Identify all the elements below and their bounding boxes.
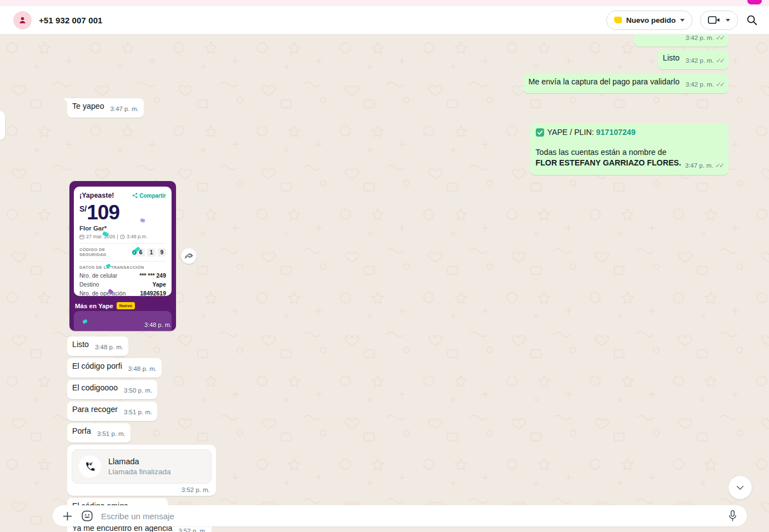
security-digit: 1 — [147, 248, 155, 257]
yape-receipt-image[interactable]: ¡Yapeaste! Compartir S/109 Flor Gar* 27 … — [69, 181, 176, 331]
message-incoming: Te yapeo 3:47 p. m. — [67, 98, 144, 118]
video-call-button[interactable] — [700, 11, 738, 30]
receipt-card: ¡Yapeaste! Compartir S/109 Flor Gar* 27 … — [74, 187, 172, 296]
receipt-title: ¡Yapeaste! — [79, 192, 114, 199]
chevron-down-icon — [735, 483, 745, 493]
message-time: 3:51 p. m. — [97, 429, 125, 439]
message-text: Me envía la captura del pago para valida… — [529, 77, 680, 86]
message-time: 3:52 p. m. — [72, 486, 212, 493]
message-time: 3:48 p. m. — [95, 342, 123, 353]
search-icon — [746, 14, 758, 26]
account-holder-name: FLOR ESTEFANY GARRIAZO FLORES.3:47 p. m.… — [536, 158, 723, 171]
accounts-note: Todas las cuentas están a nombre de — [536, 147, 723, 158]
person-icon — [17, 15, 28, 26]
message-time: 3:50 p. m. — [124, 385, 152, 396]
receipt-row: Nro. de celular*** *** 249 — [79, 272, 166, 279]
search-button[interactable] — [746, 14, 758, 26]
message-outgoing: Me envía la captura del pago para valida… — [524, 74, 728, 93]
incoming-call-icon — [85, 461, 96, 472]
message-incoming: El codigoooo 3:50 p. m. — [67, 380, 157, 399]
chevron-down-icon — [680, 19, 685, 22]
delivered-ticks-icon: ✓✓ — [716, 34, 723, 42]
message-text: Te yapeo — [72, 102, 104, 111]
video-camera-icon — [708, 16, 720, 24]
receipt-datetime: 27 mar. 2026 | 3:48 p.m. — [79, 234, 166, 239]
nuevo-badge: Nuevo — [117, 302, 135, 309]
message-outgoing: Listo 3:42 p. m.✓✓ — [658, 50, 728, 69]
receipt-row: Nro. de operación18492619 — [79, 290, 166, 297]
chat-title-phone[interactable]: +51 932 007 001 — [39, 16, 103, 25]
message-outgoing-cutoff: 3:42 p. m.✓✓ — [634, 34, 728, 47]
image-time: 3:48 p. m. — [144, 322, 172, 328]
composer-bar — [53, 505, 747, 526]
message-time: 3:42 p. m.✓✓ — [686, 79, 723, 90]
share-link[interactable]: Compartir — [132, 193, 166, 199]
image-message: ¡Yapeaste! Compartir S/109 Flor Gar* 27 … — [69, 181, 176, 331]
delivered-ticks-icon: ✓✓ — [716, 57, 723, 64]
receipt-row: DestinoYape — [79, 281, 166, 288]
receipt-payee: Flor Gar* — [79, 225, 166, 232]
call-title: Llamada — [108, 457, 171, 466]
emoji-tongue-icon — [81, 510, 93, 522]
call-card[interactable]: Llamada Llamada finalizada — [72, 449, 212, 484]
message-time: 3:42 p. m.✓✓ — [686, 56, 723, 66]
attach-button[interactable] — [62, 510, 73, 522]
message-text: Porfa — [72, 426, 91, 435]
yape-plin-line: YAPE / PLIN: 917107249 — [536, 127, 723, 138]
message-time: 3:47 p. m. — [110, 104, 139, 114]
message-text: El código porfi — [72, 362, 122, 370]
more-in-yape: Más en Yape Nuevo — [75, 302, 135, 309]
header-actions: Nuevo pedido — [606, 11, 758, 30]
message-time: 3:51 p. m. — [124, 407, 152, 418]
receipt-amount: S/109 — [79, 201, 166, 224]
chat-header: +51 932 007 001 Nuevo pedido — [0, 6, 769, 34]
order-tag-icon — [614, 17, 622, 23]
security-digit: 9 — [158, 248, 166, 257]
call-text: Llamada Llamada finalizada — [108, 457, 171, 476]
scroll-down-button[interactable] — [728, 476, 752, 499]
browser-strip — [0, 0, 769, 6]
message-text: Listo — [72, 340, 89, 349]
security-code-row: CÓDIGO DE SEGURIDADi 6 1 9 — [79, 247, 166, 257]
message-incoming: Porfa 3:51 p. m. — [67, 423, 130, 443]
avatar[interactable] — [13, 11, 32, 29]
phone-number-link[interactable]: 917107249 — [596, 128, 636, 137]
green-check-icon — [536, 128, 544, 137]
magenta-blob — [747, 0, 762, 4]
call-message-ended: Llamada Llamada finalizada 3:52 p. m. — [67, 445, 216, 496]
message-text: Listo — [663, 53, 680, 62]
forward-arrow-icon — [184, 252, 193, 260]
message-incoming: Para recoger 3:51 p. m. — [67, 401, 157, 421]
call-subtitle: Llamada finalizada — [108, 468, 171, 476]
message-time: 3:48 p. m. — [128, 364, 157, 374]
message-time: 3:42 p. m.✓✓ — [686, 34, 723, 43]
message-incoming: El código porfi 3:48 p. m. — [67, 358, 162, 378]
calendar-icon — [79, 234, 84, 239]
delivered-ticks-icon: ✓✓ — [715, 162, 723, 169]
message-input[interactable] — [101, 511, 720, 521]
microphone-icon — [727, 510, 738, 522]
emoji-button[interactable] — [81, 510, 93, 522]
left-edge-tab[interactable] — [0, 111, 5, 140]
share-icon — [132, 193, 138, 198]
new-order-button[interactable]: Nuevo pedido — [606, 11, 692, 30]
message-time: 3:52 p. m. — [178, 526, 207, 532]
message-incoming: Listo 3:48 p. m. — [67, 337, 128, 356]
message-text: Para recoger — [72, 405, 118, 414]
transaction-data-label: DATOS DE LA TRANSACCIÓN — [79, 265, 166, 270]
mic-button[interactable] — [727, 510, 738, 522]
plus-icon — [62, 510, 73, 522]
delivered-ticks-icon: ✓✓ — [716, 81, 723, 88]
message-time: 3:47 p. m.✓✓ — [685, 160, 723, 171]
message-outgoing-yape-info: YAPE / PLIN: 917107249 Todas las cuentas… — [530, 123, 728, 175]
clock-icon — [120, 234, 125, 239]
chevron-down-icon — [726, 19, 730, 22]
forward-button[interactable] — [181, 248, 197, 264]
message-text: El codigoooo — [72, 383, 118, 392]
new-order-label: Nuevo pedido — [626, 16, 676, 24]
call-icon-circle — [79, 455, 101, 478]
message-list: 3:42 p. m.✓✓ Listo 3:42 p. m.✓✓ Me envía… — [0, 34, 769, 532]
whatsapp-chat-window: +51 932 007 001 Nuevo pedido — [0, 0, 769, 532]
